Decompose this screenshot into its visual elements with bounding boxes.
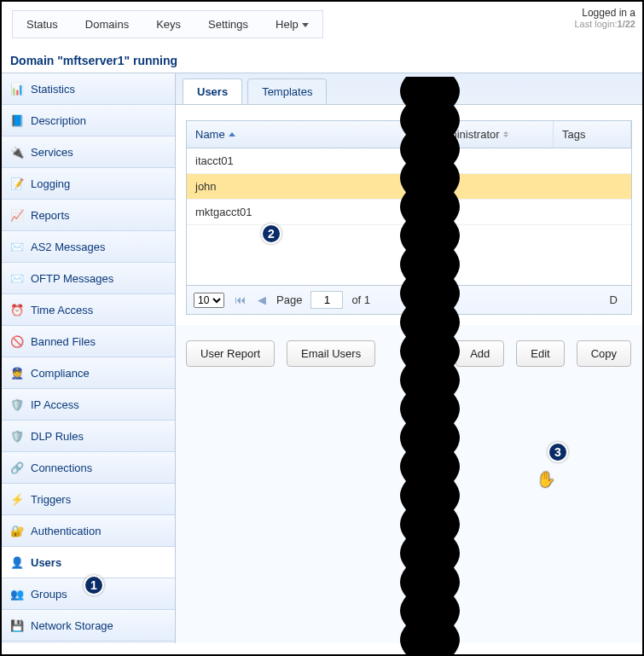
table-row[interactable]: john [187, 174, 631, 200]
tab-templates[interactable]: Templates [247, 78, 327, 104]
sidebar-item-time-access[interactable]: ⏰Time Access [2, 294, 175, 326]
nav-keys[interactable]: Keys [142, 11, 194, 38]
sidebar-item-label: Triggers [31, 493, 71, 506]
users-icon: 👤 [10, 555, 24, 569]
sort-asc-icon [229, 132, 235, 136]
pager: 10 ⏮ ◀ Page of 1 D [187, 285, 631, 314]
sidebar-item-groups[interactable]: 👥Groups [2, 578, 175, 610]
sidebar-item-label: Banned Files [31, 335, 96, 348]
add-button[interactable]: Add [455, 340, 504, 367]
dlp-rules-icon: 🛡️ [10, 429, 24, 443]
sidebar-item-statistics[interactable]: 📊Statistics [2, 73, 175, 105]
display-count: D [610, 293, 618, 306]
sidebar-item-label: Network Storage [31, 619, 113, 632]
sidebar-item-label: Logging [31, 177, 70, 190]
sidebar-item-label: Compliance [31, 367, 90, 380]
time-access-icon: ⏰ [10, 303, 24, 316]
sort-icon [503, 131, 508, 137]
cell-name: mktgacct01 [195, 206, 434, 218]
ip-access-icon: 🛡️ [10, 398, 24, 411]
logging-icon: 📝 [10, 177, 24, 190]
cell-name: john [195, 180, 434, 193]
sidebar-item-label: AS2 Messages [31, 241, 105, 253]
sidebar-item-connections[interactable]: 🔗Connections [2, 452, 175, 484]
col-name[interactable]: Name [187, 121, 426, 148]
sidebar-item-label: Description [31, 114, 86, 127]
users-grid: Name Administrator Tags itacct01johnmktg… [186, 120, 632, 315]
sidebar-item-label: Reports [31, 209, 70, 222]
col-administrator[interactable]: Administrator [426, 121, 554, 148]
sidebar-item-label: Statistics [31, 83, 75, 96]
email-users-button[interactable]: Email Users [287, 340, 375, 367]
sidebar-item-network-storage[interactable]: 💾Network Storage [2, 610, 175, 641]
domain-status-title: Domain "mftserver1" running [2, 47, 642, 73]
first-page-icon[interactable]: ⏮ [233, 293, 247, 306]
sidebar-item-label: Groups [31, 588, 67, 601]
sidebar: 📊Statistics📘Description🔌Services📝Logging… [2, 73, 176, 643]
cell-name: itacct01 [195, 154, 434, 167]
reports-icon: 📈 [10, 208, 24, 222]
statistics-icon: 📊 [10, 82, 24, 96]
sidebar-item-users[interactable]: 👤Users [2, 547, 175, 578]
sidebar-item-authentication[interactable]: 🔐Authentication [2, 515, 175, 547]
sidebar-item-banned-files[interactable]: 🚫Banned Files [2, 326, 175, 357]
logged-in-text: Logged in a [574, 7, 635, 19]
tab-bar: Users Templates [176, 73, 642, 105]
table-row[interactable]: mktgacct01 [187, 200, 631, 225]
sidebar-item-label: OFTP Messages [31, 272, 113, 285]
prev-page-icon[interactable]: ◀ [256, 293, 268, 306]
services-icon: 🔌 [10, 145, 24, 159]
chevron-down-icon [302, 23, 309, 27]
sidebar-item-triggers[interactable]: ⚡Triggers [2, 484, 175, 515]
page-label: Page [276, 293, 302, 306]
triggers-icon: ⚡ [10, 492, 24, 506]
authentication-icon: 🔐 [10, 524, 24, 537]
top-nav: Status Domains Keys Settings Help Logged… [2, 2, 642, 47]
sidebar-item-as2-messages[interactable]: ✉️AS2 Messages [2, 231, 175, 263]
user-report-button[interactable]: User Report [186, 340, 275, 367]
nav-help[interactable]: Help [262, 11, 322, 38]
sidebar-item-label: IP Access [31, 398, 79, 411]
page-input[interactable] [310, 291, 343, 309]
grid-header-row: Name Administrator Tags [187, 121, 631, 148]
sidebar-item-dlp-rules[interactable]: 🛡️DLP Rules [2, 421, 175, 452]
sidebar-item-label: Users [31, 556, 61, 569]
description-icon: 📘 [10, 113, 24, 127]
tab-users[interactable]: Users [183, 78, 242, 104]
sidebar-item-logging[interactable]: 📝Logging [2, 168, 175, 200]
edit-button[interactable]: Edit [516, 340, 564, 367]
sidebar-item-label: Time Access [31, 304, 93, 316]
groups-icon: 👥 [10, 587, 24, 601]
sidebar-item-label: Connections [31, 462, 92, 474]
sidebar-item-description[interactable]: 📘Description [2, 105, 175, 136]
sidebar-item-ip-access[interactable]: 🛡️IP Access [2, 389, 175, 421]
connections-icon: 🔗 [10, 461, 24, 474]
as2-messages-icon: ✉️ [10, 240, 24, 253]
nav-settings[interactable]: Settings [194, 11, 262, 38]
sidebar-item-label: DLP Rules [31, 430, 84, 443]
sidebar-item-label: Authentication [31, 525, 101, 537]
nav-status[interactable]: Status [13, 11, 72, 38]
network-storage-icon: 💾 [10, 618, 24, 632]
col-tags[interactable]: Tags [554, 121, 631, 148]
banned-files-icon: 🚫 [10, 334, 24, 348]
sidebar-item-oftp-messages[interactable]: ✉️OFTP Messages [2, 263, 175, 294]
compliance-icon: 👮 [10, 366, 24, 380]
copy-button[interactable]: Copy [577, 340, 631, 367]
table-row[interactable]: itacct01 [187, 148, 631, 174]
of-label: of 1 [351, 293, 370, 306]
main-panel: Users Templates Name Administrator [176, 73, 642, 643]
sidebar-item-reports[interactable]: 📈Reports [2, 200, 175, 231]
nav-domains[interactable]: Domains [72, 11, 142, 38]
oftp-messages-icon: ✉️ [10, 271, 24, 285]
login-info: Logged in a Last login:1/22 [574, 7, 635, 29]
page-size-select[interactable]: 10 [194, 293, 224, 308]
sidebar-item-compliance[interactable]: 👮Compliance [2, 357, 175, 389]
sidebar-item-services[interactable]: 🔌Services [2, 136, 175, 168]
sidebar-item-label: Services [31, 146, 73, 159]
action-bar: User Report Email Users Add Edit Copy [176, 325, 642, 372]
